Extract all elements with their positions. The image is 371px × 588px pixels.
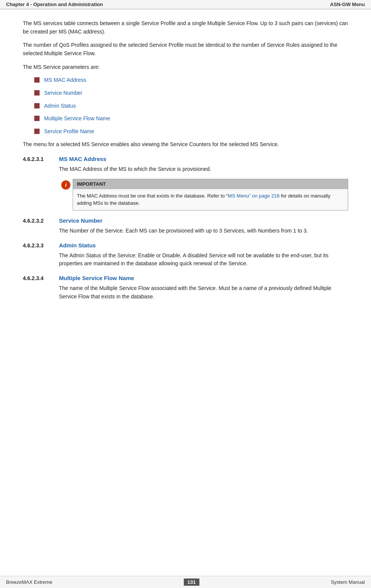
intro-paragraph-2: The number of QoS Profiles assigned to t… (23, 41, 348, 57)
parameter-bullet-list: MS MAC Address Service Number Admin Stat… (34, 76, 348, 135)
important-icon-container: i (59, 179, 73, 210)
bullet-label-msf-name[interactable]: Multiple Service Flow Name (44, 115, 110, 123)
page-header: Chapter 4 - Operation and Administration… (0, 0, 371, 9)
section-4623-3-heading: 4.6.2.3.3 Admin Status (23, 242, 348, 249)
main-content: The MS services table connects between a… (0, 12, 371, 312)
section-4623-1-title: MS MAC Address (59, 156, 106, 162)
section-4623-1-body: The MAC Address of the MS to which the S… (59, 165, 348, 210)
footer-right-label: System Manual (331, 579, 365, 585)
page-footer: BreezeMAX Extreme 131 System Manual (0, 576, 371, 588)
section-4623-1-text: The MAC Address of the MS to which the S… (59, 165, 348, 174)
section-4623-4-text: The name of the Multiple Service Flow as… (59, 284, 348, 301)
section-4623-4-number: 4.6.2.3.4 (23, 275, 59, 281)
bullet-label-admin-status[interactable]: Admin Status (44, 102, 76, 110)
section-4623-2-heading: 4.6.2.3.2 Service Number (23, 217, 348, 224)
bullet-icon-msf-name (34, 116, 40, 121)
header-left-title: Chapter 4 - Operation and Administration (6, 2, 103, 7)
bullet-label-profile-name[interactable]: Service Profile Name (44, 128, 94, 135)
bullet-icon-mac (34, 77, 40, 83)
header-right-title: ASN-GW Menu (330, 2, 365, 7)
footer-page-number: 131 (184, 578, 200, 586)
bullet-icon-admin-status (34, 103, 40, 108)
bullet-item-admin-status: Admin Status (34, 102, 348, 110)
section-4623-2-text: The Number of the Service. Each MS can b… (59, 227, 348, 235)
important-box: i IMPORTANT The MAC Address must be one … (59, 179, 348, 210)
bullet-item-service-number: Service Number (34, 89, 348, 97)
important-content-box: IMPORTANT The MAC Address must be one th… (73, 179, 348, 210)
section-4623-4-body: The name of the Multiple Service Flow as… (59, 284, 348, 301)
intro-paragraph-3: The MS Service parameters are: (23, 63, 348, 72)
intro-paragraph-1: The MS services table connects between a… (23, 19, 348, 36)
bullet-item-mac: MS MAC Address (34, 76, 348, 84)
section-4623-4-title: Multiple Service Flow Name (59, 275, 134, 281)
bullet-icon-service-number (34, 90, 40, 96)
bullet-item-msf-name: Multiple Service Flow Name (34, 115, 348, 123)
bullet-icon-profile-name (34, 129, 40, 134)
section-4623-4-heading: 4.6.2.3.4 Multiple Service Flow Name (23, 275, 348, 281)
bullet-label-mac[interactable]: MS MAC Address (44, 76, 86, 84)
header-divider (0, 9, 371, 10)
section-4623-2-body: The Number of the Service. Each MS can b… (59, 227, 348, 235)
footer-left-label: BreezeMAX Extreme (6, 579, 52, 585)
section-4623-2-title: Service Number (59, 217, 102, 224)
section-4623-3-title: Admin Status (59, 242, 96, 249)
section-4623-2-number: 4.6.2.3.2 (23, 218, 59, 224)
important-text-part1: The MAC Address must be one that exists … (77, 193, 228, 199)
important-icon-i: i (61, 180, 70, 190)
important-label: IMPORTANT (73, 179, 348, 189)
important-link[interactable]: MS Menu” on page 218 (228, 193, 280, 199)
section-4623-3-body: The Admin Status of the Service: Enable … (59, 252, 348, 268)
section-4623-3-number: 4.6.2.3.3 (23, 242, 59, 249)
bullet-item-profile-name: Service Profile Name (34, 128, 348, 135)
section-4623-3-text: The Admin Status of the Service: Enable … (59, 252, 348, 268)
outro-paragraph: The menu for a selected MS Service enabl… (23, 140, 348, 149)
section-4623-1-heading: 4.6.2.3.1 MS MAC Address (23, 156, 348, 162)
section-4623-1-number: 4.6.2.3.1 (23, 156, 59, 162)
bullet-label-service-number[interactable]: Service Number (44, 89, 82, 97)
important-body-text: The MAC Address must be one that exists … (73, 189, 348, 210)
